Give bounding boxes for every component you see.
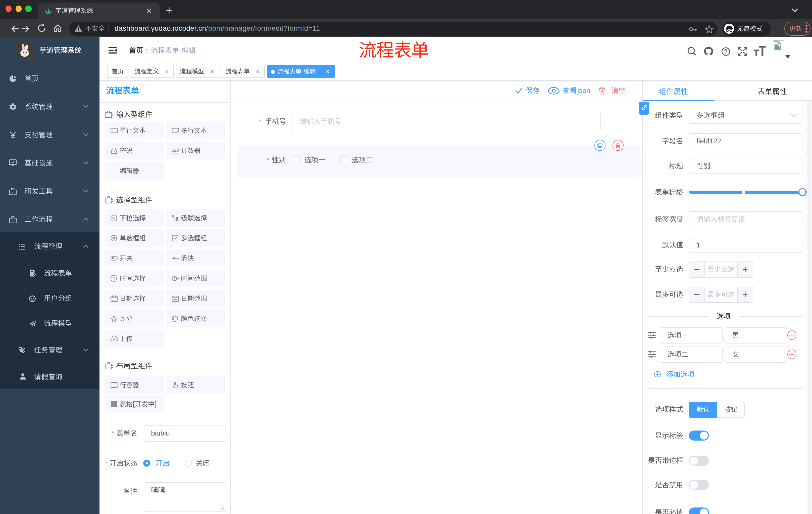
svg-text:123: 123 — [172, 148, 179, 153]
svg-text:?: ? — [724, 48, 728, 55]
